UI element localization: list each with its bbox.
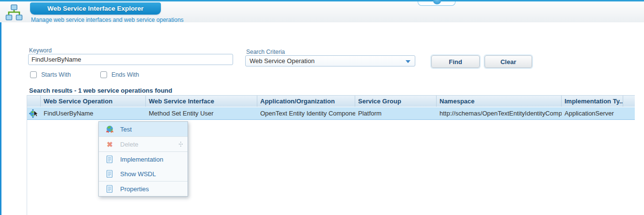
- web-service-operation-icon: [29, 109, 39, 118]
- cell-service-group: Platform: [355, 107, 437, 119]
- column-header-web-service-operation[interactable]: Web Service Operation: [41, 96, 146, 107]
- search-criteria-label: Search Criteria: [246, 49, 285, 55]
- menu-item-label: Test: [120, 126, 132, 133]
- keyword-label: Keyword: [29, 47, 52, 54]
- menu-item-label: Properties: [120, 185, 149, 193]
- ends-with-option: Ends With: [100, 71, 139, 78]
- page-header: Web Service Interface Explorer Manage we…: [0, 0, 644, 22]
- column-header-implementation-type[interactable]: Implementation Ty...: [562, 96, 623, 107]
- page-subtitle: Manage web service interfaces and web se…: [31, 17, 184, 23]
- document-icon: [106, 185, 114, 193]
- cell-web-service-operation: FindUserByName: [41, 107, 146, 119]
- row-icon-cell: [27, 107, 41, 119]
- page-title: Web Service Interface Explorer: [30, 2, 161, 15]
- ends-with-label: Ends With: [111, 71, 139, 78]
- search-criteria-value: Web Service Operation: [250, 57, 314, 65]
- menu-item-label: Implementation: [120, 156, 163, 163]
- cell-web-service-interface: Method Set Entity User: [146, 107, 257, 119]
- document-icon: [106, 155, 114, 164]
- chevron-down-icon: [406, 60, 410, 63]
- column-header-service-group[interactable]: Service Group: [355, 96, 437, 107]
- delete-x-icon: ✖: [106, 140, 114, 149]
- clear-button[interactable]: Clear: [485, 55, 532, 68]
- find-button[interactable]: Find: [431, 55, 480, 68]
- cell-implementation-type: ApplicationServer: [562, 107, 623, 119]
- ends-with-checkbox[interactable]: [100, 71, 107, 78]
- column-header-namespace[interactable]: Namespace: [437, 96, 562, 107]
- cell-application-organization: OpenText Entity Identity Component: [257, 107, 355, 119]
- web-service-interface-explorer-page: Web Service Interface Explorer Manage we…: [0, 0, 644, 215]
- globe-test-icon: [106, 125, 114, 133]
- starts-with-checkbox[interactable]: [30, 71, 37, 78]
- menu-item-label: Delete: [120, 141, 139, 148]
- submenu-arrow-icon: [179, 142, 183, 147]
- menu-item-label: Show WSDL: [120, 170, 156, 178]
- column-header-application-organization[interactable]: Application/Organization: [257, 96, 355, 107]
- menu-item-show-wsdl[interactable]: Show WSDL: [99, 166, 188, 181]
- page-left-border: [0, 22, 1, 215]
- context-menu: Test ✖ Delete Implementation Show WSDL: [98, 121, 188, 197]
- collapse-panel-button[interactable]: [433, 0, 441, 4]
- menu-item-test[interactable]: Test: [99, 122, 188, 136]
- results-summary: Search results - 1 web service operation…: [29, 87, 172, 94]
- results-table-header: Web Service Operation Web Service Interf…: [27, 95, 635, 107]
- search-criteria-select[interactable]: Web Service Operation: [245, 55, 415, 66]
- starts-with-option: Starts With: [30, 71, 71, 78]
- starts-with-label: Starts With: [41, 71, 71, 78]
- column-header-icon: [27, 96, 41, 107]
- menu-item-implementation[interactable]: Implementation: [99, 152, 188, 166]
- menu-item-delete[interactable]: ✖ Delete: [99, 137, 188, 151]
- cell-filler: [623, 107, 635, 119]
- cell-namespace: http://schemas/OpenTextEntityIdentityCom…: [437, 107, 562, 119]
- keyword-input[interactable]: [28, 54, 233, 65]
- sitemap-icon: [5, 4, 23, 22]
- panel-collapse-tab: [418, 1, 456, 6]
- column-header-filler: [623, 96, 635, 107]
- menu-item-properties[interactable]: Properties: [99, 182, 188, 196]
- table-row[interactable]: FindUserByName Method Set Entity User Op…: [27, 107, 635, 120]
- column-header-web-service-interface[interactable]: Web Service Interface: [146, 96, 257, 107]
- document-icon: [106, 170, 114, 178]
